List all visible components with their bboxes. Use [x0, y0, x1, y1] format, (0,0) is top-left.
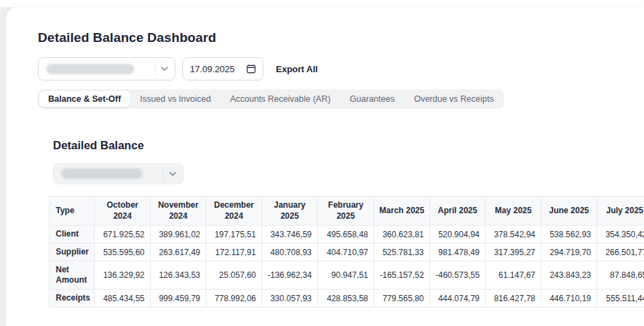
table-cell: 485.434,55: [95, 290, 151, 307]
calendar-icon: [246, 64, 256, 74]
table-cell: 480.708,93: [262, 243, 318, 261]
table-cell: 126.343,53: [151, 261, 206, 290]
redacted-value: [46, 64, 134, 74]
column-header: February 2025: [318, 197, 374, 226]
column-header: January 2025: [262, 197, 318, 226]
table-cell: 389.961,02: [151, 226, 206, 243]
tab-bar: Balance & Set-OffIssued vs InvoicedAccou…: [38, 89, 504, 109]
table-cell: 90.947,51: [318, 261, 374, 290]
column-header: Type: [50, 197, 95, 226]
select-divider: [155, 63, 155, 74]
table-cell: 243.843,23: [541, 261, 597, 290]
table-cell: 525.781,33: [374, 243, 430, 261]
table-row: Supplier535.595,60263.617,49172.117,9148…: [50, 243, 644, 261]
table-cell: 495.658,48: [318, 226, 374, 243]
balance-table: TypeOctober 2024November 2024December 20…: [49, 196, 644, 307]
table-cell: 343.746,59: [262, 226, 318, 243]
table-cell: -460.573,55: [430, 261, 486, 290]
chevron-down-icon: [169, 170, 177, 178]
section-title: Detailed Balance: [53, 139, 644, 152]
table-cell: -165.157,52: [374, 261, 430, 290]
table-cell: 263.617,49: [151, 243, 206, 261]
column-header: April 2025: [430, 197, 486, 226]
table-cell: 778.992,06: [206, 290, 262, 307]
balance-filter-select[interactable]: [53, 163, 184, 184]
column-header: December 2024: [206, 197, 262, 226]
table-body: Client671.925,52389.961,02197.175,51343.…: [50, 226, 644, 307]
table-row: Net Amount136.329,92126.343,5325.057,60-…: [50, 261, 644, 290]
table-cell: 446.710,19: [541, 290, 597, 307]
tab-balance-set-off[interactable]: Balance & Set-Off: [39, 91, 130, 107]
tab-overdue-vs-receipts[interactable]: Overdue vs Receipts: [405, 91, 503, 107]
column-header: March 2025: [374, 197, 430, 226]
table-cell: 404.710,97: [318, 243, 374, 261]
date-value: 17.09.2025: [190, 64, 235, 74]
table-cell: 354.350,42: [597, 226, 644, 243]
table-cell: 25.057,60: [206, 261, 262, 290]
table-cell: 197.175,51: [206, 226, 262, 243]
table-row: Client671.925,52389.961,02197.175,51343.…: [50, 226, 644, 243]
table-cell: 87.848,65: [597, 261, 644, 290]
row-label: Client: [50, 226, 95, 243]
tab-guarantees[interactable]: Guarantees: [341, 91, 403, 107]
redacted-value: [61, 169, 142, 179]
table-cell: 535.595,60: [95, 243, 151, 261]
column-header: November 2024: [151, 197, 206, 226]
table-cell: 266.501,77: [597, 243, 644, 261]
table-cell: 520.904,94: [430, 226, 486, 243]
date-input[interactable]: 17.09.2025: [182, 57, 264, 80]
table-cell: 816.427,78: [486, 290, 541, 307]
company-select[interactable]: [38, 57, 175, 80]
select-divider: [163, 169, 164, 180]
dashboard-card: Detailed Balance Dashboard 17.09.2025 Ex…: [6, 7, 644, 326]
table-cell: 317.395,27: [486, 243, 541, 261]
column-header: July 2025: [597, 197, 644, 226]
export-all-button[interactable]: Export All: [276, 64, 318, 74]
balance-table-wrapper: TypeOctober 2024November 2024December 20…: [49, 196, 644, 307]
table-cell: 444.074,79: [430, 290, 486, 307]
table-cell: 779.565,80: [374, 290, 430, 307]
page-title: Detailed Balance Dashboard: [38, 30, 644, 45]
table-cell: 555.511,44: [597, 290, 644, 307]
row-label: Receipts: [50, 290, 95, 307]
toolbar: 17.09.2025 Export All: [38, 57, 644, 80]
table-cell: 61.147,67: [486, 261, 541, 290]
detailed-balance-section: Detailed Balance TypeOctober 2024Novembe…: [49, 139, 644, 307]
table-cell: 538.562,93: [541, 226, 597, 243]
row-label: Supplier: [50, 243, 95, 261]
column-header: May 2025: [486, 197, 541, 226]
tab-issued-vs-invoiced[interactable]: Issued vs Invoiced: [131, 91, 220, 107]
table-cell: -136.962,34: [262, 261, 318, 290]
chevron-down-icon: [160, 65, 169, 73]
table-header: TypeOctober 2024November 2024December 20…: [50, 197, 644, 226]
tab-accounts-receivable-ar[interactable]: Accounts Receivable (AR): [221, 91, 339, 107]
column-header: June 2025: [541, 197, 597, 226]
table-cell: 360.623,81: [374, 226, 430, 243]
table-row: Receipts485.434,55999.459,79778.992,0633…: [50, 290, 644, 307]
table-cell: 981.478,49: [430, 243, 486, 261]
table-cell: 136.329,92: [95, 261, 151, 290]
table-cell: 294.719,70: [541, 243, 597, 261]
header-row: TypeOctober 2024November 2024December 20…: [50, 197, 644, 226]
table-cell: 671.925,52: [95, 226, 151, 243]
table-cell: 999.459,79: [151, 290, 206, 307]
table-cell: 428.853,58: [318, 290, 374, 307]
row-label: Net Amount: [50, 261, 95, 290]
table-cell: 172.117,91: [206, 243, 262, 261]
column-header: October 2024: [95, 197, 151, 226]
table-cell: 378.542,94: [486, 226, 541, 243]
table-cell: 330.057,93: [262, 290, 318, 307]
